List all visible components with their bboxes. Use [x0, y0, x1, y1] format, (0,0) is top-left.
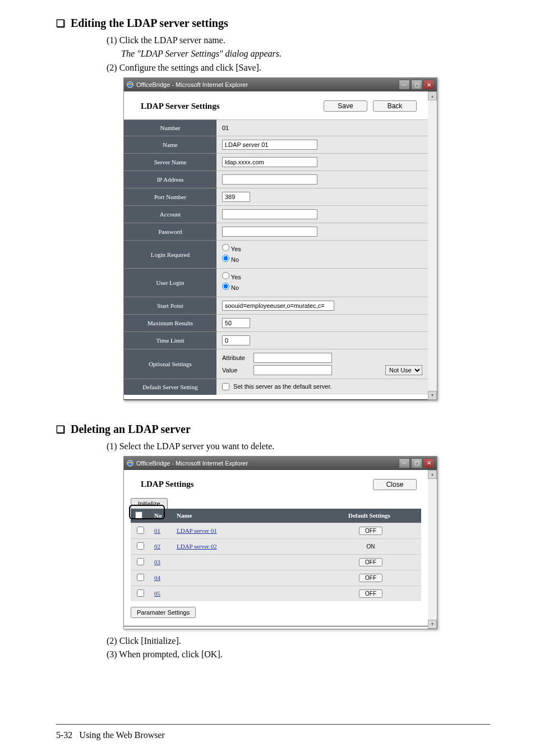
ip-address-input[interactable]: [222, 174, 317, 185]
account-input[interactable]: [222, 209, 317, 219]
label-max-results: Maximum Results: [124, 314, 216, 331]
row-no-link[interactable]: 03: [154, 559, 160, 565]
label-login-required: Login Required: [124, 241, 216, 269]
ie-app-icon: [126, 81, 134, 89]
col-name: Name: [172, 509, 320, 523]
default-toggle[interactable]: OFF: [359, 589, 382, 598]
row-checkbox[interactable]: [137, 574, 144, 581]
row-no-link[interactable]: 04: [154, 574, 160, 581]
close-button[interactable]: Close: [373, 479, 417, 490]
label-server-name: Server Name: [124, 154, 216, 171]
row-checkbox[interactable]: [137, 558, 144, 565]
opt-value-input[interactable]: [253, 365, 332, 375]
row-checkbox[interactable]: [137, 542, 144, 550]
select-all-checkbox[interactable]: [135, 511, 142, 519]
row-checkbox[interactable]: [137, 527, 144, 534]
row-name-link[interactable]: LDAP server 02: [177, 543, 217, 550]
step-1-1: (1) Click the LDAP server name.: [107, 34, 490, 47]
opt-use-select[interactable]: Not Use: [385, 365, 422, 375]
screenshot-ldap-settings-list: OfficeBridge - Microsoft Internet Explor…: [123, 456, 490, 629]
table-row: 02LDAP server 02ON: [131, 538, 421, 554]
table-row: 01LDAP server 01OFF: [131, 523, 421, 538]
row-no-link[interactable]: 05: [154, 590, 160, 597]
window-minimize-button[interactable]: ─: [399, 458, 410, 468]
radio-login-no[interactable]: No: [222, 255, 422, 265]
row-no-link[interactable]: 02: [154, 543, 160, 550]
parameter-settings-button[interactable]: Paramater Settings: [131, 607, 196, 618]
col-checkbox: [131, 509, 150, 523]
scroll-down-icon[interactable]: ▾: [428, 391, 437, 400]
max-results-input[interactable]: [222, 318, 250, 328]
password-input[interactable]: [222, 227, 317, 237]
table-row: 05OFF: [131, 586, 421, 601]
scroll-up-icon[interactable]: ▴: [428, 91, 437, 100]
label-optional-settings: Optional Settings: [124, 349, 216, 379]
window-title: OfficeBridge - Microsoft Internet Explor…: [136, 81, 248, 88]
page-footer: 5-32 Using the Web Browser: [56, 724, 490, 740]
port-input[interactable]: [222, 192, 250, 202]
label-password: Password: [124, 223, 216, 241]
window-maximize-button[interactable]: ▢: [411, 458, 422, 468]
screenshot-ldap-server-settings: OfficeBridge - Microsoft Internet Explor…: [123, 77, 490, 400]
window-close-button[interactable]: ✕: [423, 80, 435, 90]
start-point-input[interactable]: [222, 301, 334, 311]
label-start-point: Start Point: [124, 297, 216, 314]
bullet-square-icon: ❑: [56, 18, 65, 29]
default-toggle[interactable]: OFF: [359, 574, 382, 582]
dialog-title: LDAP Server Settings: [141, 102, 220, 111]
opt-attr-input[interactable]: [253, 353, 332, 363]
label-default-server: Default Server Setting: [124, 379, 216, 395]
radio-login-yes[interactable]: Yes: [222, 244, 422, 255]
server-name-input[interactable]: [222, 157, 317, 167]
opt-value-label: Value: [222, 367, 250, 374]
window-titlebar-2[interactable]: OfficeBridge - Microsoft Internet Explor…: [124, 457, 437, 470]
radio-userlogin-yes[interactable]: Yes: [222, 272, 422, 283]
label-port: Port Number: [124, 188, 216, 206]
tab-initialize[interactable]: Initialize: [131, 498, 168, 509]
label-account: Account: [124, 206, 216, 223]
label-time-limit: Time Limit: [124, 331, 216, 349]
opt-attr-label: Attribute: [222, 354, 250, 361]
section-heading-delete: ❑Deleting an LDAP server: [56, 423, 490, 436]
ldap-form-table: Number 01 Name Server Name IP Address Po…: [124, 119, 428, 394]
name-input[interactable]: [222, 140, 317, 150]
label-user-login: User Login: [124, 269, 216, 297]
table-row: 03OFF: [131, 554, 421, 570]
label-number: Number: [124, 120, 216, 136]
window-titlebar[interactable]: OfficeBridge - Microsoft Internet Explor…: [124, 78, 437, 91]
bullet-square-icon: ❑: [56, 424, 65, 435]
default-server-checkbox[interactable]: Set this server as the default server.: [222, 383, 332, 390]
window-maximize-button[interactable]: ▢: [411, 80, 422, 90]
step-1-2: (2) Configure the settings and click [Sa…: [107, 62, 490, 74]
default-toggle[interactable]: OFF: [359, 527, 382, 535]
value-number: 01: [216, 120, 428, 136]
page-number: 5-32: [56, 730, 72, 740]
ldap-list-table: No Name Default Settings 01LDAP server 0…: [131, 509, 421, 601]
dialog-title-2: LDAP Settings: [141, 480, 194, 489]
table-row: 04OFF: [131, 570, 421, 586]
footer-title: Using the Web Browser: [79, 730, 165, 740]
col-default: Default Settings: [320, 509, 421, 523]
section-heading-edit: ❑Editing the LDAP server settings: [56, 17, 490, 30]
default-toggle[interactable]: OFF: [359, 558, 382, 566]
row-checkbox[interactable]: [137, 589, 144, 597]
step-2-3: (3) When prompted, click [OK].: [107, 648, 490, 661]
window-minimize-button[interactable]: ─: [399, 80, 410, 90]
default-toggle[interactable]: ON: [361, 543, 381, 550]
row-no-link[interactable]: 01: [154, 527, 160, 534]
save-button[interactable]: Save: [324, 100, 367, 112]
label-ip-address: IP Address: [124, 171, 216, 188]
col-no: No: [150, 509, 172, 523]
window-title-2: OfficeBridge - Microsoft Internet Explor…: [136, 460, 248, 467]
step-1-1-sub: The "LDAP Server Settings" dialog appear…: [107, 48, 490, 60]
ie-app-icon: [126, 459, 134, 467]
time-limit-input[interactable]: [222, 335, 250, 345]
window-close-button[interactable]: ✕: [423, 458, 435, 468]
row-name-link[interactable]: LDAP server 01: [177, 527, 217, 534]
scroll-down-icon[interactable]: ▾: [428, 620, 437, 629]
scroll-up-icon[interactable]: ▴: [428, 470, 437, 479]
step-2-2: (2) Click [Initialize].: [107, 635, 490, 647]
back-button[interactable]: Back: [373, 100, 417, 112]
radio-userlogin-no[interactable]: No: [222, 283, 422, 293]
label-name: Name: [124, 136, 216, 154]
